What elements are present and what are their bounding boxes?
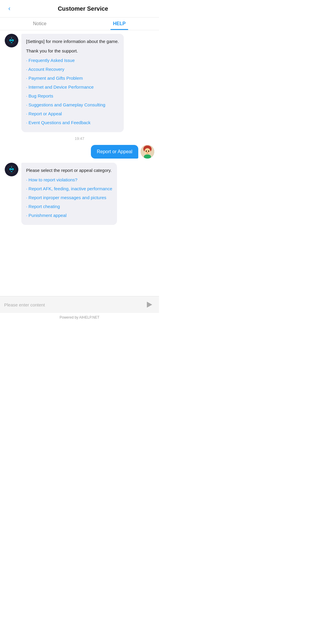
svg-point-11 — [144, 148, 150, 155]
bot-bubble-2: Please select the report or appeal categ… — [21, 163, 117, 225]
svg-rect-6 — [11, 38, 12, 39]
link-report-cheating[interactable]: · Report cheating — [26, 203, 112, 210]
tab-help[interactable]: HELP — [80, 17, 159, 30]
svg-rect-21 — [11, 167, 12, 168]
svg-point-12 — [146, 151, 147, 152]
link-report-improper[interactable]: · Report inproper messages and pictures — [26, 194, 112, 201]
user-bubble: Report or Appeal — [91, 145, 138, 159]
input-bar — [0, 296, 159, 313]
page-title: Customer Service — [13, 5, 153, 12]
bot-message-2: Please select the report or appeal categ… — [5, 163, 154, 225]
bot-text-1: [Settings] for more information about th… — [26, 38, 119, 45]
svg-rect-20 — [11, 171, 12, 172]
svg-rect-7 — [11, 37, 12, 38]
link-punishment-appeal[interactable]: · Punishment appeal — [26, 212, 112, 219]
back-button[interactable]: ‹ — [6, 4, 13, 13]
message-input[interactable] — [4, 302, 141, 307]
link-payment-gifts[interactable]: · Payment and Gifts Problem — [26, 75, 119, 82]
send-button[interactable] — [144, 299, 155, 310]
bot-bubble-1: [Settings] for more information about th… — [21, 34, 124, 132]
timestamp: 19:47 — [5, 136, 154, 141]
link-frequently-asked[interactable]: · Frequently Asked Issue — [26, 57, 119, 64]
bot-text-3: Please select the report or appeal categ… — [26, 167, 112, 174]
svg-point-19 — [12, 169, 13, 170]
svg-rect-5 — [11, 42, 12, 43]
user-message-row: Report or Appeal — [5, 145, 154, 159]
svg-point-13 — [148, 151, 149, 152]
svg-point-3 — [10, 40, 11, 41]
bot-message-1: [Settings] for more information about th… — [5, 34, 154, 132]
link-event-questions[interactable]: · Event Questions and Feedback — [26, 119, 119, 126]
svg-point-18 — [10, 169, 11, 170]
link-how-to-report[interactable]: · How to report violations? — [26, 176, 112, 183]
svg-point-4 — [12, 40, 13, 41]
link-report-afk[interactable]: · Report AFK, feeding, inactive performa… — [26, 185, 112, 192]
link-bug-reports[interactable]: · Bug Reports — [26, 92, 119, 100]
link-report-appeal[interactable]: · Report or Appeal — [26, 110, 119, 117]
header: ‹ Customer Service — [0, 0, 159, 17]
user-avatar — [141, 145, 154, 159]
tab-notice[interactable]: Notice — [0, 17, 80, 30]
chat-area: [Settings] for more information about th… — [0, 30, 159, 296]
send-icon — [147, 302, 152, 308]
link-account-recovery[interactable]: · Account Recovery — [26, 66, 119, 73]
tab-bar: Notice HELP — [0, 17, 159, 30]
footer: Powered by AIHELP.NET — [0, 313, 159, 322]
link-internet-device[interactable]: · Internet and Device Performance — [26, 84, 119, 91]
link-suggestions[interactable]: · Suggestions and Gameplay Consulting — [26, 101, 119, 108]
bot-avatar — [5, 34, 18, 47]
bot-text-2: Thank you for the support. — [26, 47, 119, 55]
svg-rect-22 — [11, 166, 12, 167]
bot-avatar-2 — [5, 163, 18, 176]
